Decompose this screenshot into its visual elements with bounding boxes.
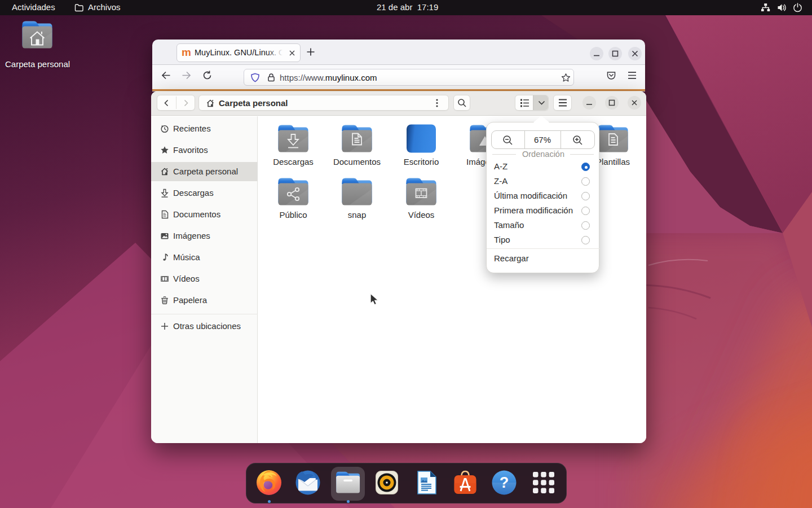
svg-text:?: ? [500,474,509,491]
